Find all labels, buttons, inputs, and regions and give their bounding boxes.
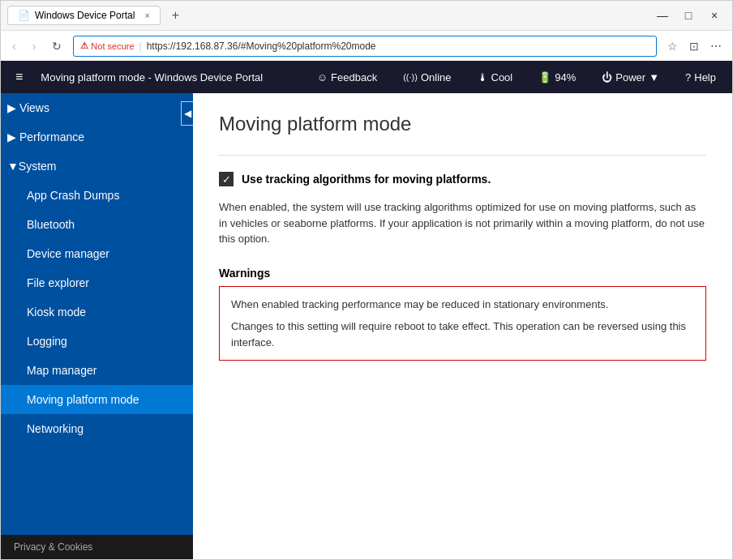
url-text: https://192.168.87.36/#Moving%20platform… <box>147 41 376 52</box>
refresh-button[interactable]: ↻ <box>47 36 66 56</box>
favorites-button[interactable]: ☆ <box>663 37 682 55</box>
warning-text-1: When enabled tracking performance may be… <box>231 297 694 313</box>
sidebar-item-device-manager[interactable]: Device manager <box>1 239 193 268</box>
top-divider <box>219 155 706 156</box>
temp-indicator: 🌡 Cool <box>471 68 520 87</box>
online-label: Online <box>421 71 452 83</box>
address-actions: ☆ ⊡ ⋯ <box>663 37 726 55</box>
sidebar-item-system[interactable]: ▼System <box>1 152 193 181</box>
sidebar: ◀ ▶ Views ▶ Performance ▼System App Cras… <box>1 93 193 559</box>
split-button[interactable]: ⊡ <box>685 37 703 55</box>
tracking-checkbox[interactable]: ✓ <box>219 172 234 186</box>
hamburger-button[interactable]: ≡ <box>11 66 28 88</box>
main-layout: ◀ ▶ Views ▶ Performance ▼System App Cras… <box>1 93 732 559</box>
sidebar-item-map-manager[interactable]: Map manager <box>1 356 193 385</box>
title-bar-left: 📄 Windows Device Portal × + <box>7 5 651 26</box>
online-indicator: ((·)) Online <box>397 68 457 87</box>
page-title: Moving platform mode <box>219 113 706 135</box>
address-bar: ‹ › ↻ ⚠ Not secure | https://192.168.87.… <box>1 30 732 61</box>
power-label: Power <box>615 71 645 83</box>
browser-more-button[interactable]: ⋯ <box>706 37 726 55</box>
content-area: Moving platform mode ✓ Use tracking algo… <box>193 93 732 559</box>
warning-icon: ⚠ <box>80 41 88 51</box>
temp-label: Cool <box>491 71 513 83</box>
app-toolbar: ≡ Moving platform mode - Windows Device … <box>1 61 732 93</box>
sidebar-item-performance[interactable]: ▶ Performance <box>1 122 193 152</box>
privacy-cookies-link[interactable]: Privacy & Cookies <box>1 535 193 559</box>
sidebar-item-moving-platform-mode[interactable]: Moving platform mode <box>1 385 193 414</box>
sidebar-collapse-button[interactable]: ◀ <box>181 101 193 126</box>
browser-tab[interactable]: 📄 Windows Device Portal × <box>7 6 161 25</box>
help-icon: ? <box>685 71 691 83</box>
forward-button[interactable]: › <box>28 36 41 56</box>
new-tab-button[interactable]: + <box>165 5 186 26</box>
battery-icon: 🔋 <box>538 71 551 83</box>
back-button[interactable]: ‹ <box>7 36 21 56</box>
power-arrow-icon: ▼ <box>649 71 659 83</box>
checkmark-icon: ✓ <box>222 174 231 185</box>
battery-indicator: 🔋 94% <box>532 68 582 87</box>
app-title: Moving platform mode - Windows Device Po… <box>41 71 297 83</box>
warnings-title: Warnings <box>219 267 706 280</box>
help-label: Help <box>694 71 716 83</box>
thermometer-icon: 🌡 <box>478 71 488 83</box>
online-icon: ((·)) <box>403 72 418 82</box>
warning-text-2: Changes to this setting will require reb… <box>231 318 694 350</box>
minimize-button[interactable]: — <box>651 7 674 24</box>
tracking-checkbox-row: ✓ Use tracking algorithms for moving pla… <box>219 172 706 186</box>
tab-close-icon[interactable]: × <box>144 11 149 20</box>
feedback-button[interactable]: ☺ Feedback <box>311 68 384 87</box>
description-text: When enabled, the system will use tracki… <box>219 199 706 247</box>
maximize-button[interactable]: □ <box>677 7 700 24</box>
battery-label: 94% <box>555 71 576 83</box>
title-bar: 📄 Windows Device Portal × + — □ × <box>1 1 732 30</box>
tab-title: Windows Device Portal <box>35 10 135 21</box>
power-icon: ⏻ <box>602 71 612 83</box>
feedback-label: Feedback <box>331 71 377 83</box>
url-separator: | <box>139 41 142 52</box>
sidebar-item-logging[interactable]: Logging <box>1 327 193 356</box>
warnings-section: Warnings When enabled tracking performan… <box>219 267 706 361</box>
sidebar-item-bluetooth[interactable]: Bluetooth <box>1 210 193 239</box>
browser-frame: 📄 Windows Device Portal × + — □ × ‹ › ↻ … <box>0 0 733 560</box>
sidebar-item-networking[interactable]: Networking <box>1 414 193 443</box>
help-button[interactable]: ? Help <box>679 68 722 87</box>
sidebar-item-views[interactable]: ▶ Views <box>1 93 193 122</box>
feedback-icon: ☺ <box>317 71 328 83</box>
close-button[interactable]: × <box>703 7 726 24</box>
checkbox-label: Use tracking algorithms for moving platf… <box>242 173 491 186</box>
sidebar-item-file-explorer[interactable]: File explorer <box>1 268 193 297</box>
url-bar[interactable]: ⚠ Not secure | https://192.168.87.36/#Mo… <box>73 36 657 57</box>
not-secure-label: Not secure <box>91 41 134 51</box>
not-secure-indicator: ⚠ Not secure <box>80 41 134 51</box>
warnings-box: When enabled tracking performance may be… <box>219 286 706 361</box>
sidebar-item-kiosk-mode[interactable]: Kiosk mode <box>1 297 193 327</box>
power-button[interactable]: ⏻ Power ▼ <box>595 68 666 87</box>
sidebar-item-app-crash-dumps[interactable]: App Crash Dumps <box>1 181 193 210</box>
tab-favicon: 📄 <box>18 10 30 21</box>
window-controls: — □ × <box>651 7 726 24</box>
